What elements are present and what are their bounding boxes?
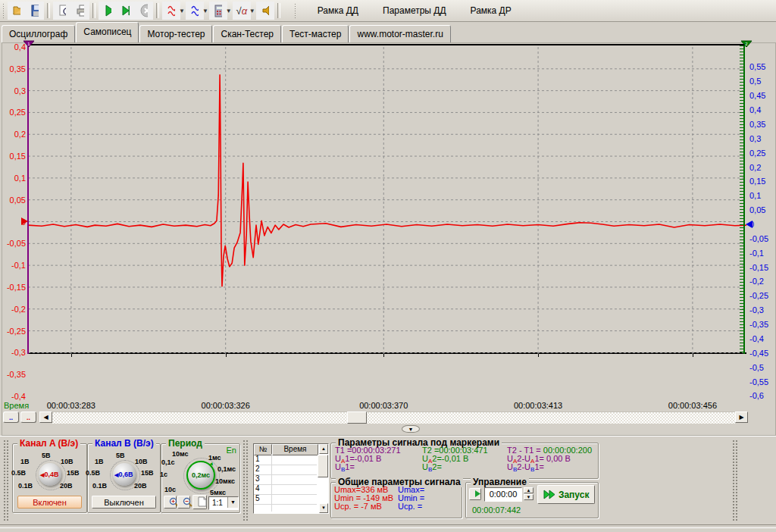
timer-value: 0:00:00 [490, 490, 518, 499]
time-axis-tick-label: 00:00:03:456 [655, 401, 731, 410]
right-axis-tick-label: -0,35 [749, 320, 776, 329]
right-axis-tick-label: 0,4 [749, 105, 776, 114]
channel-b-dial[interactable]: ◀0,6В 5В10В15В20В1В0.5В0.1В [88, 450, 160, 494]
left-axis-tick-label: -0,15 [2, 283, 26, 292]
channel-a-group: Канал A (В/э) ◀0,4В 5В10В15В20В1В0.5В0.1… [12, 443, 87, 513]
marker-red-button[interactable]: .. [20, 412, 36, 423]
marker-2-flag[interactable]: 2 [740, 40, 753, 48]
scrollbar-thumb[interactable] [347, 412, 367, 424]
calculator-button[interactable] [209, 2, 227, 20]
chevron-down-icon[interactable]: ▼ [226, 8, 232, 14]
panel-gripper[interactable] [732, 440, 738, 521]
signal-b-button[interactable] [186, 2, 204, 20]
tab-test-master[interactable]: Тест-мастер [282, 25, 349, 42]
dial-scale-label: 0,1мс [217, 465, 236, 473]
save-button[interactable] [26, 2, 44, 20]
print-icon [77, 5, 84, 17]
ramka-dr-button[interactable]: Рамка ДР [463, 2, 519, 19]
control-play-button[interactable] [469, 488, 481, 500]
signal-a-button[interactable] [162, 2, 180, 20]
signal-params-group: Общие параметры сигнала Umax=336 мВ Umin… [330, 482, 462, 518]
dial-scale-label: 15В [141, 469, 154, 477]
right-axis-tick-label: 0,25 [749, 149, 776, 158]
table-row[interactable]: 4 [254, 484, 317, 495]
tab-scan-tester[interactable]: Скан-Тестер [213, 25, 281, 42]
left-axis-tick-label: 0,25 [2, 108, 26, 117]
save-icon [31, 5, 39, 17]
signal-table[interactable]: № Время 12345 ▲ ▼ [253, 443, 329, 514]
panel-gripper[interactable] [242, 440, 249, 521]
dial-scale-label: 0.5В [11, 469, 26, 477]
play-button[interactable] [99, 2, 117, 20]
dial-scale-label: 0,1с [161, 458, 175, 466]
panel-gripper[interactable] [3, 440, 9, 521]
zoom-out-button[interactable] [177, 496, 190, 509]
toolbar-gripper[interactable] [2, 3, 5, 18]
table-row[interactable]: 2 [254, 465, 317, 475]
tab-oscillograph[interactable]: Осциллограф [2, 25, 75, 42]
dial-scale-label: 10мс [172, 450, 189, 458]
right-axis-tick-label: -0,2 [749, 277, 776, 286]
stop-button[interactable] [135, 2, 153, 20]
table-scroll-thumb[interactable] [318, 455, 328, 477]
period-dial[interactable]: 0,2мс ▼ 10мс1мс0,1мс10мкс5мкс0,1с1с10с [161, 449, 239, 496]
chevron-down-icon[interactable]: ▼ [179, 8, 185, 14]
collapse-panel-button[interactable]: ▼ [402, 425, 420, 433]
timer-up-button[interactable]: ▲ [524, 487, 534, 493]
chevron-down-icon[interactable]: ▼ [202, 8, 208, 14]
table-scroll-down-button[interactable]: ▼ [319, 503, 328, 513]
sound-button[interactable] [256, 2, 274, 20]
dial-scale-label: 1мс [208, 454, 221, 462]
toolbar-gripper[interactable] [294, 3, 297, 18]
timer-field[interactable]: 0:00:00 [484, 487, 522, 502]
control-group: Управление 0:00:00 ▲ ▼ Запуск 00:00:07:4… [465, 482, 599, 518]
marker-1-flag[interactable]: 1 [23, 40, 35, 48]
dial-scale-label: 5В [42, 452, 51, 459]
dial-scale-label: 0.5В [86, 469, 100, 477]
print-button[interactable] [71, 2, 89, 20]
fast-forward-button[interactable] [117, 2, 135, 20]
channel-a-state-button[interactable]: Включен [17, 496, 82, 509]
zoom-in-button[interactable] [164, 496, 177, 509]
right-axis-tick-label: 0,3 [749, 134, 776, 143]
table-row[interactable]: 5 [254, 494, 317, 505]
channel-a-zero-arrow[interactable] [21, 217, 28, 225]
left-axis-tick-label: 0,2 [2, 130, 26, 139]
scrollbar-track[interactable] [52, 412, 735, 424]
print-preview-button[interactable] [53, 2, 71, 20]
formula-button[interactable]: √α [233, 2, 251, 20]
window-bottom-edge [0, 524, 776, 528]
tab-website[interactable]: www.motor-master.ru [349, 25, 450, 42]
scroll-right-button[interactable]: ▶ [735, 412, 748, 423]
zoom-out-icon [183, 497, 192, 507]
marker-blue-button[interactable]: .. [3, 412, 19, 423]
channel-b-zero-arrow[interactable] [746, 221, 753, 228]
tab-samopisets[interactable]: Самописец [76, 22, 139, 42]
toolbar-separator [156, 3, 159, 18]
toolbar-separator [47, 3, 50, 18]
uavg-b-value: Uср. = [398, 502, 424, 510]
sound-icon [261, 5, 269, 17]
chevron-down-icon[interactable]: ▼ [227, 497, 238, 508]
dial-scale-label: 10мкс [215, 477, 235, 485]
right-axis-tick-label: 0 [749, 220, 776, 229]
scroll-left-button[interactable]: ◀ [39, 412, 52, 423]
params-dd-button[interactable]: Параметры ДД [375, 2, 454, 19]
zoom-ratio-select[interactable]: 1:1 ▼ [208, 496, 239, 510]
marker-1-line[interactable] [27, 45, 29, 354]
table-row[interactable]: 3 [254, 474, 317, 485]
new-page-button[interactable] [192, 495, 207, 509]
table-scroll-up-button[interactable]: ▲ [319, 444, 328, 454]
chevron-down-icon[interactable]: ▼ [249, 8, 255, 14]
channel-b-state-button[interactable]: Выключен [92, 496, 156, 509]
table-row[interactable]: 1 [254, 455, 317, 465]
right-axis-tick-label: 0,05 [749, 205, 776, 214]
channel-a-dial[interactable]: ◀0,4В 5В10В15В20В1В0.5В0.1В [13, 450, 86, 494]
open-button[interactable] [8, 2, 26, 20]
waveform-plot[interactable] [28, 45, 746, 354]
dial-scale-label: 5мкс [210, 489, 226, 496]
ramka-dd-button[interactable]: Рамка ДД [310, 2, 366, 19]
start-button[interactable]: Запуск [537, 485, 595, 504]
tab-motor-tester[interactable]: Мотор-тестер [139, 25, 212, 42]
timer-down-button[interactable]: ▼ [524, 494, 534, 500]
